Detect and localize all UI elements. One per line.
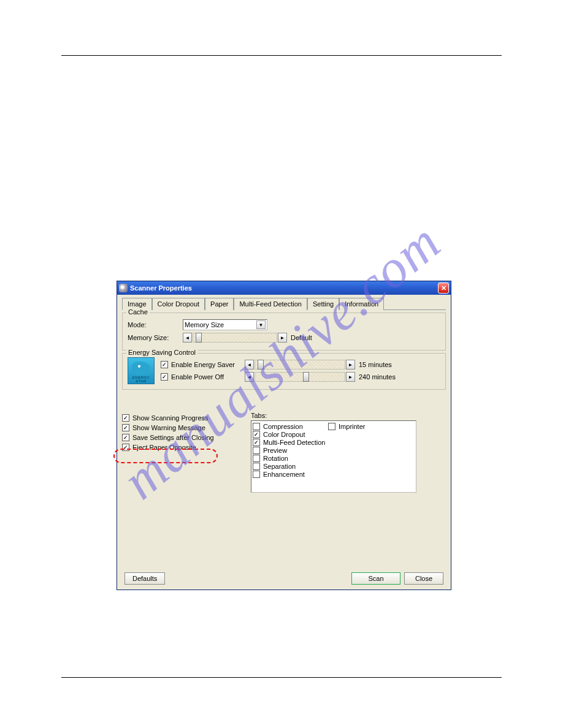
save-settings-label: Save Settings after Closing xyxy=(132,434,214,441)
saver-slider[interactable] xyxy=(255,360,345,370)
close-icon[interactable]: ✕ xyxy=(438,282,449,294)
tab-option-separation[interactable]: Separation xyxy=(253,463,326,470)
poweroff-slider-thumb[interactable] xyxy=(303,372,309,382)
tab-option-color-dropout[interactable]: Color Dropout xyxy=(253,431,326,438)
memory-size-label: Memory Size: xyxy=(128,334,183,341)
enhancement-checkbox[interactable] xyxy=(253,471,260,478)
window-content: Image Color Dropout Paper Multi-Feed Det… xyxy=(117,295,451,590)
show-scanning-progress-checkbox[interactable] xyxy=(122,414,129,422)
poweroff-value: 240 minutes xyxy=(359,373,402,381)
mem-slider[interactable] xyxy=(193,333,277,343)
mode-combobox[interactable]: Memory Size ▼ xyxy=(183,319,267,330)
show-warning-message-label: Show Warning Message xyxy=(132,424,205,431)
tab-strip: Image Color Dropout Paper Multi-Feed Det… xyxy=(122,297,446,310)
enable-energy-saver-label: Enable Energy Saver xyxy=(171,361,245,368)
multi-feed-checkbox[interactable] xyxy=(253,439,260,446)
color-dropout-checkbox[interactable] xyxy=(253,431,260,438)
mem-left-button[interactable]: ◄ xyxy=(183,333,192,343)
show-scanning-progress-label: Show Scanning Progress xyxy=(132,414,209,422)
mode-label: Mode: xyxy=(128,321,183,328)
tab-information[interactable]: Information xyxy=(339,298,384,310)
show-scanning-progress-row[interactable]: Show Scanning Progress xyxy=(122,414,245,422)
enable-power-off-checkbox[interactable] xyxy=(161,373,168,381)
saver-right-button[interactable]: ► xyxy=(346,360,355,370)
tab-option-imprinter[interactable]: Imprinter xyxy=(328,423,365,430)
saver-left-button[interactable]: ◄ xyxy=(245,360,254,370)
poweroff-right-button[interactable]: ► xyxy=(346,372,355,382)
page-rule-top xyxy=(61,55,502,56)
imprinter-checkbox[interactable] xyxy=(328,423,335,430)
window-title: Scanner Properties xyxy=(130,284,438,292)
save-settings-checkbox[interactable] xyxy=(122,434,129,441)
saver-slider-thumb[interactable] xyxy=(258,360,264,370)
left-checks: Show Scanning Progress Show Warning Mess… xyxy=(122,412,245,453)
tab-multi-feed[interactable]: Multi-Feed Detection xyxy=(234,298,307,310)
titlebar[interactable]: Scanner Properties ✕ xyxy=(117,281,451,295)
energy-group: Energy Saving Control ENERGY STAR Enable… xyxy=(122,353,446,390)
mem-slider-thumb[interactable] xyxy=(196,333,202,343)
compression-checkbox[interactable] xyxy=(253,423,260,430)
saver-value: 15 minutes xyxy=(359,361,402,368)
separation-checkbox[interactable] xyxy=(253,463,260,470)
mem-default-text: Default xyxy=(291,334,334,341)
energy-star-icon: ENERGY STAR xyxy=(128,357,155,384)
eject-paper-opposite-checkbox[interactable] xyxy=(122,444,129,451)
mem-right-button[interactable]: ► xyxy=(278,333,287,343)
show-warning-message-checkbox[interactable] xyxy=(122,424,129,431)
lower-area: Show Scanning Progress Show Warning Mess… xyxy=(122,412,446,493)
tab-color-dropout[interactable]: Color Dropout xyxy=(152,298,205,310)
tab-option-preview[interactable]: Preview xyxy=(253,447,326,454)
tabs-list[interactable]: Compression Color Dropout Multi-Feed Det… xyxy=(251,420,416,493)
rotation-checkbox[interactable] xyxy=(253,455,260,462)
page-rule-bottom xyxy=(61,677,502,678)
close-button[interactable]: Close xyxy=(404,572,443,585)
button-bar: Defaults Scan Close xyxy=(122,572,446,585)
enable-power-off-label: Enable Power Off xyxy=(171,373,245,381)
save-settings-row[interactable]: Save Settings after Closing xyxy=(122,434,245,441)
cache-group-title: Cache xyxy=(126,308,150,316)
mode-value: Memory Size xyxy=(185,321,224,328)
tabs-panel-label: Tabs: xyxy=(251,412,416,419)
enable-energy-saver-checkbox[interactable] xyxy=(161,361,168,368)
show-warning-message-row[interactable]: Show Warning Message xyxy=(122,424,245,431)
poweroff-slider[interactable] xyxy=(255,372,345,382)
tab-option-compression[interactable]: Compression xyxy=(253,423,326,430)
poweroff-left-button[interactable]: ◄ xyxy=(245,372,254,382)
scan-button[interactable]: Scan xyxy=(351,572,400,585)
defaults-button[interactable]: Defaults xyxy=(124,572,165,585)
tab-setting[interactable]: Setting xyxy=(307,298,339,310)
tab-paper[interactable]: Paper xyxy=(205,298,234,310)
energy-group-title: Energy Saving Control xyxy=(126,349,197,356)
eject-paper-opposite-row[interactable]: Eject Paper Opposite xyxy=(122,444,245,451)
eject-paper-opposite-label: Eject Paper Opposite xyxy=(132,444,196,451)
cache-group: Cache Mode: Memory Size ▼ Memory Size: ◄… xyxy=(122,313,446,351)
chevron-down-icon[interactable]: ▼ xyxy=(256,320,266,329)
scanner-properties-window: Scanner Properties ✕ Image Color Dropout… xyxy=(117,281,451,590)
scanner-icon xyxy=(119,284,128,292)
tab-option-multi-feed[interactable]: Multi-Feed Detection xyxy=(253,439,326,446)
tabs-panel: Tabs: Compression Color Dropout Multi-Fe… xyxy=(251,412,416,493)
tab-option-enhancement[interactable]: Enhancement xyxy=(253,471,326,478)
preview-checkbox[interactable] xyxy=(253,447,260,454)
tab-option-rotation[interactable]: Rotation xyxy=(253,455,326,462)
